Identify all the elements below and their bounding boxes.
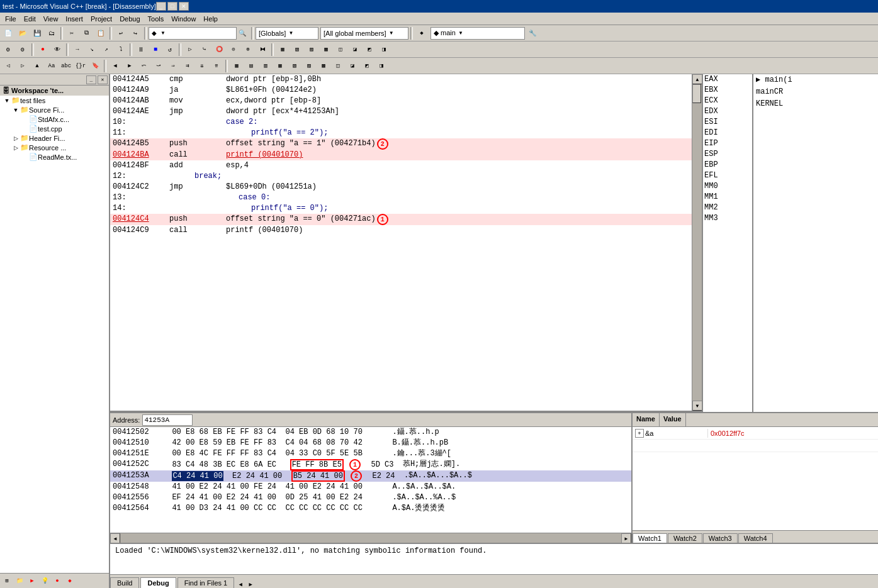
- watch-row-empty[interactable]: [633, 440, 878, 452]
- menu-debug[interactable]: Debug: [116, 14, 144, 24]
- cs-item-1[interactable]: ▶ main(i: [753, 74, 878, 86]
- menu-file[interactable]: File: [1, 14, 20, 24]
- mem-scroll-right[interactable]: ▶: [621, 533, 631, 543]
- tab-findinfiles[interactable]: Find in Files 1: [177, 577, 234, 588]
- copy-button[interactable]: ⧉: [79, 26, 93, 40]
- watch-tab-3[interactable]: Watch3: [703, 533, 738, 543]
- tb3-btn1[interactable]: ◁: [1, 59, 15, 73]
- ws-tab-resource[interactable]: 📁: [14, 575, 25, 587]
- menu-insert[interactable]: Insert: [62, 14, 87, 24]
- tree-headerfiles[interactable]: ▷ 📁 Header Fi...: [0, 133, 109, 143]
- config-search-button[interactable]: 🔍: [237, 26, 248, 40]
- dis-line-12[interactable]: 13: case 0:: [110, 192, 702, 203]
- tree-resource[interactable]: ▷ 📁 Resource ...: [0, 143, 109, 152]
- dis-line-7[interactable]: 004124B5 push offset string "a == 1" (00…: [110, 138, 702, 150]
- tb3-view2[interactable]: ▤: [244, 59, 258, 73]
- new-button[interactable]: 📄: [1, 26, 15, 40]
- tb2-threads[interactable]: ⧓: [256, 43, 269, 57]
- globals-dropdown[interactable]: [Globals] ▼: [256, 27, 318, 40]
- tab-scroll-right[interactable]: ▶: [245, 581, 256, 588]
- tb2-mem8[interactable]: ◨: [377, 43, 391, 57]
- dis-line-6[interactable]: 11: printf("a == 2");: [110, 128, 702, 138]
- watch-tab-2[interactable]: Watch2: [668, 533, 702, 543]
- save-all-button[interactable]: 🗂: [45, 26, 59, 40]
- redo-button[interactable]: ↪: [128, 26, 142, 40]
- dis-line-14[interactable]: 004124C4 push offset string "a == 0" (00…: [110, 214, 702, 225]
- dis-line-13[interactable]: 14: printf("a == 0");: [110, 203, 702, 214]
- watch-tab-1[interactable]: Watch1: [633, 533, 667, 543]
- menu-edit[interactable]: Edit: [20, 14, 40, 24]
- tb3-view10[interactable]: ◩: [360, 59, 374, 73]
- tb3-btn7[interactable]: 🔖: [88, 59, 102, 73]
- tree-stdafx[interactable]: ▷ 📄 StdAfx.c...: [0, 114, 109, 124]
- tb2-nextbp[interactable]: ⤷: [198, 43, 211, 57]
- ws-tab-var[interactable]: ●: [52, 575, 63, 587]
- tb2-mem2[interactable]: ▧: [290, 43, 304, 57]
- tb3-view5[interactable]: ▧: [288, 59, 301, 73]
- tb3-step3[interactable]: ⇒: [166, 59, 180, 73]
- tb2-stop[interactable]: ■: [149, 43, 162, 57]
- tb3-view4[interactable]: ▦: [273, 59, 287, 73]
- tb2-mem1[interactable]: ▦: [276, 43, 290, 57]
- tb2-mem6[interactable]: ◪: [348, 43, 362, 57]
- close-button[interactable]: ✕: [179, 2, 189, 11]
- tb2-runtohere[interactable]: ▷: [183, 43, 197, 57]
- mem-row-2[interactable]: 00412510 42 00 E8 59 EB FE FF 83 C4 04 6…: [110, 438, 631, 448]
- tb2-restart[interactable]: ↺: [163, 43, 177, 57]
- tb3-view3[interactable]: ▥: [259, 59, 273, 73]
- dis-line-11[interactable]: 004124C2 jmp $L869+0Dh (0041251a): [110, 182, 702, 192]
- save-button[interactable]: 💾: [30, 26, 44, 40]
- minimize-button[interactable]: _: [156, 2, 166, 11]
- dis-line-9[interactable]: 004124BF add esp,4: [110, 160, 702, 171]
- tb2-mem4[interactable]: ▩: [319, 43, 333, 57]
- tb2-breakall[interactable]: ⏸: [134, 43, 148, 57]
- menu-project[interactable]: Project: [87, 14, 116, 24]
- watch-tab-4[interactable]: Watch4: [738, 533, 773, 543]
- tb2-watch[interactable]: 👁: [50, 43, 64, 57]
- tb3-view6[interactable]: ▨: [302, 59, 316, 73]
- tb3-step5[interactable]: ⇊: [195, 59, 209, 73]
- tb2-step[interactable]: →: [70, 43, 84, 57]
- menu-help[interactable]: Help: [200, 14, 222, 24]
- undo-button[interactable]: ↩: [114, 26, 128, 40]
- dis-line-15[interactable]: 004124C9 call printf (00401070): [110, 225, 702, 236]
- tb3-view1[interactable]: ▦: [230, 59, 244, 73]
- tb2-stepin[interactable]: ↘: [85, 43, 99, 57]
- dis-line-3[interactable]: 004124AB mov ecx,dword ptr [ebp-8]: [110, 96, 702, 106]
- dis-line-5[interactable]: 10: case 2:: [110, 117, 702, 128]
- tb3-nav1[interactable]: ◀: [108, 59, 122, 73]
- cs-item-3[interactable]: KERNEL: [753, 98, 878, 110]
- ws-tab-info[interactable]: 💡: [39, 575, 50, 587]
- tb2-btn2[interactable]: ⚙: [16, 43, 30, 57]
- watch-row-1[interactable]: + &a 0x0012ff7c: [633, 427, 878, 440]
- cut-button[interactable]: ✂: [65, 26, 79, 40]
- tb3-view8[interactable]: ◫: [331, 59, 345, 73]
- tb3-step6[interactable]: ⇈: [210, 59, 223, 73]
- tab-debug[interactable]: Debug: [140, 577, 176, 588]
- tb3-view9[interactable]: ◪: [346, 59, 359, 73]
- tb2-mem3[interactable]: ▨: [305, 43, 318, 57]
- mem-row-8[interactable]: 00412564 41 00 D3 24 41 00 CC CC CC CC C…: [110, 503, 631, 514]
- tb3-view11[interactable]: ◨: [374, 59, 388, 73]
- tb3-btn3[interactable]: ▲: [30, 59, 44, 73]
- maximize-button[interactable]: □: [167, 2, 177, 11]
- menu-tools[interactable]: Tools: [144, 14, 168, 24]
- tb3-step1[interactable]: ⤺: [137, 59, 151, 73]
- tb2-stepover[interactable]: ⤵: [114, 43, 128, 57]
- symbol-btn[interactable]: ◆: [415, 26, 429, 40]
- tb2-mem7[interactable]: ◩: [363, 43, 376, 57]
- tree-sourcefiles[interactable]: ▼ 📁 Source Fi...: [0, 105, 109, 114]
- tb2-btn1[interactable]: ⚙: [1, 43, 15, 57]
- mem-scroll-left[interactable]: ◀: [110, 533, 120, 543]
- menu-window[interactable]: Window: [167, 14, 200, 24]
- menu-view[interactable]: View: [40, 14, 62, 24]
- tb2-stepout[interactable]: ↗: [99, 43, 113, 57]
- tb3-btn6[interactable]: {}r: [74, 59, 87, 73]
- ws-tab-class[interactable]: ⊞: [1, 575, 13, 587]
- dis-line-4[interactable]: 004124AE jmp dword ptr [ecx*4+41253Ah]: [110, 106, 702, 117]
- watch-expand-icon[interactable]: +: [635, 429, 644, 438]
- tb3-nav2[interactable]: ▶: [123, 59, 137, 73]
- tree-testcpp[interactable]: ▷ 📄 test.cpp: [0, 124, 109, 133]
- dis-line-10[interactable]: 12: break;: [110, 171, 702, 182]
- mem-row-1[interactable]: 00412502 00 E8 68 EB FE FF 83 C4 04 EB 0…: [110, 427, 631, 438]
